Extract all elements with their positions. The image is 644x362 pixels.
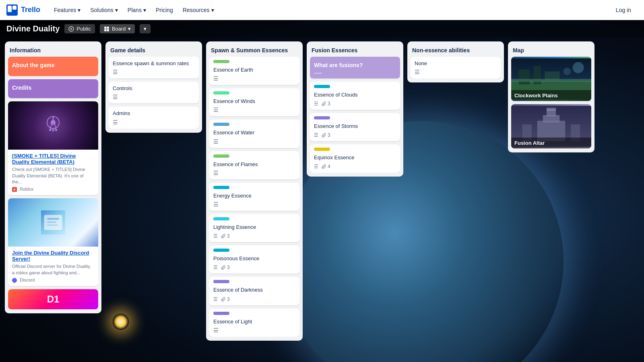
attach-meta-lightning: 3 (221, 233, 230, 239)
card-storms[interactable]: Essence of Storms ☰ 3 (310, 113, 400, 141)
card-equinox[interactable]: Equinox Essence ☰ 4 (310, 144, 400, 173)
nav-features[interactable]: Features ▾ (50, 4, 85, 16)
desc-icon-spawn: ☰ (113, 69, 195, 75)
column-game-details: Game details Essence spawn & summon rate… (105, 41, 202, 133)
card-game-link[interactable]: [SMOKE + TITLES] Divine Duality Elementa… (8, 101, 98, 195)
column-header-non-essence: Non-essence abilities (411, 45, 501, 57)
column-header-fusion: Fusion Essences (310, 45, 400, 57)
card-none[interactable]: None ☰ (411, 57, 501, 78)
board-menu-button[interactable]: ▾ (140, 24, 151, 33)
svg-point-30 (573, 62, 584, 73)
card-footer-darkness: ☰ 3 (213, 296, 295, 302)
card-dd-extra[interactable]: D1 (8, 289, 98, 309)
card-darkness[interactable]: Essence of Darkness ☰ 3 (209, 277, 299, 305)
fusion-altar-label: Fusion Altar (511, 138, 591, 148)
nav: Features ▾ Solutions ▾ Plans ▾ Pricing R… (50, 4, 218, 16)
card-energy[interactable]: Energy Essence ☰ (209, 183, 299, 211)
label-earth (213, 60, 229, 63)
desc-icon-flames: ☰ (213, 170, 295, 176)
column-non-essence: Non-essence abilities None ☰ (407, 41, 504, 82)
board-view-badge[interactable]: Board ▾ (100, 24, 135, 33)
card-footer-poisonous: ☰ 3 (213, 265, 295, 270)
label-poisonous (213, 249, 229, 252)
desc-icon-energy: ☰ (213, 201, 295, 208)
svg-rect-22 (47, 225, 58, 226)
nav-solutions[interactable]: Solutions ▾ (86, 4, 122, 16)
login-button[interactable]: Log in (609, 4, 638, 16)
desc-meta-lightning: ☰ (213, 233, 218, 239)
label-water (213, 123, 229, 126)
label-energy (213, 186, 229, 189)
svg-rect-26 (519, 70, 530, 84)
label-flames (213, 154, 229, 158)
svg-point-31 (564, 68, 571, 75)
card-footer-equinox: ☰ 4 (314, 164, 396, 169)
nav-resources[interactable]: Resources ▾ (179, 4, 218, 16)
attach-meta-darkness: 3 (221, 296, 230, 302)
card-clockwork-plains[interactable]: Clockwork Plains (511, 57, 591, 101)
column-cards-non-essence: None ☰ (411, 57, 501, 78)
discord-thumbnail (8, 198, 98, 247)
attach-meta-poisonous: 3 (221, 265, 230, 270)
card-about-game[interactable]: About the game (8, 57, 98, 76)
nav-plans[interactable]: Plans ▾ (124, 4, 150, 16)
column-cards-game-details: Essence spawn & summon rates ☰ Controls … (109, 57, 199, 129)
column-spawn-summon: Spawn & Summon Essences Essence of Earth… (206, 41, 303, 341)
svg-text:R: R (13, 188, 15, 191)
svg-rect-5 (104, 27, 106, 29)
card-light[interactable]: Essence of Light ☰ (209, 309, 299, 337)
header: Trello Features ▾ Solutions ▾ Plans ▾ Pr… (0, 0, 644, 20)
desc-icon-water: ☰ (213, 138, 295, 145)
column-cards-fusion: What are fusions? Essence of Clouds ☰ 3 (310, 57, 400, 173)
svg-rect-2 (12, 6, 17, 10)
card-admins[interactable]: Admins ☰ (109, 107, 199, 128)
column-fusion-essences: Fusion Essences What are fusions? Essenc… (307, 41, 403, 177)
card-winds[interactable]: Essence of Winds ☰ (209, 88, 299, 116)
header-right: Log in (609, 4, 638, 16)
card-lightning[interactable]: Lightning Essence ☰ 3 (209, 214, 299, 242)
desc-meta-storms: ☰ (314, 132, 318, 138)
card-what-fusions[interactable]: What are fusions? (310, 57, 400, 78)
card-footer-lightning: ☰ 3 (213, 233, 295, 239)
label-equinox (314, 148, 330, 151)
desc-icon-earth: ☰ (213, 75, 295, 82)
trello-logo[interactable]: Trello (6, 4, 40, 16)
label-lightning (213, 217, 229, 220)
card-spawn-summon[interactable]: Essence spawn & summon rates ☰ (109, 57, 199, 78)
desc-meta-equinox: ☰ (314, 164, 318, 169)
svg-rect-21 (47, 222, 56, 223)
column-header-information: Information (8, 45, 98, 57)
card-flames[interactable]: Essence of Flames ☰ (209, 151, 299, 179)
card-earth[interactable]: Essence of Earth ☰ (209, 57, 299, 85)
visibility-badge[interactable]: Public (64, 24, 95, 33)
column-cards-map: Clockwork Plains (511, 57, 591, 148)
nav-pricing[interactable]: Pricing (152, 4, 177, 16)
column-cards-spawn-summon: Essence of Earth ☰ Essence of Winds ☰ Es… (209, 57, 299, 337)
clockwork-label: Clockwork Plains (511, 90, 591, 101)
fusion-altar-thumbnail: Fusion Altar (511, 104, 591, 148)
card-clouds[interactable]: Essence of Clouds ☰ 3 (310, 82, 400, 110)
card-controls[interactable]: Controls ☰ (109, 82, 199, 103)
svg-point-15 (55, 129, 57, 131)
card-credits[interactable]: Credits (8, 79, 98, 99)
card-poisonous[interactable]: Poisonous Essence ☰ 3 (209, 245, 299, 274)
label-storms (314, 116, 330, 119)
game-thumbnail (8, 101, 98, 150)
svg-point-14 (49, 129, 51, 131)
desc-meta-poisonous: ☰ (213, 265, 218, 270)
label-winds (213, 91, 229, 95)
attach-meta-equinox: 4 (322, 164, 330, 169)
label-clouds (314, 85, 330, 88)
svg-rect-8 (107, 29, 109, 31)
card-discord-link[interactable]: Join the Divine Duality Discord Server! … (8, 198, 98, 286)
column-map: Map (508, 41, 594, 152)
desc-icon-controls: ☰ (113, 94, 195, 100)
svg-rect-38 (547, 108, 556, 111)
svg-point-13 (52, 129, 55, 132)
card-fusion-altar[interactable]: Fusion Altar (511, 104, 591, 148)
card-water[interactable]: Essence of Water ☰ (209, 119, 299, 148)
desc-meta-darkness: ☰ (213, 296, 218, 302)
column-information: Information About the game Credits (5, 41, 101, 313)
board-header: Divine Duality Public Board ▾ ▾ (0, 20, 644, 37)
dd-thumbnail: D1 (8, 289, 98, 309)
